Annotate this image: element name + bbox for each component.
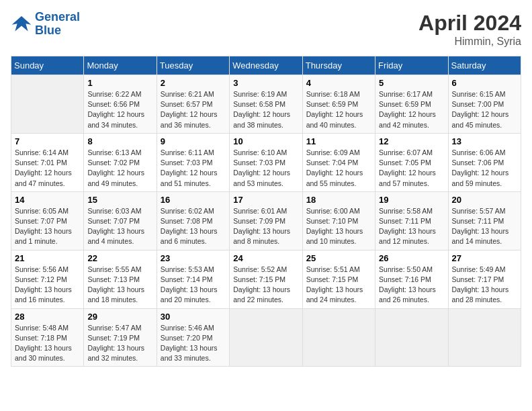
day-number: 13 bbox=[452, 136, 517, 146]
weekday-header: Sunday bbox=[11, 56, 84, 75]
day-number: 21 bbox=[15, 253, 80, 263]
cell-content: Sunrise: 5:58 AM Sunset: 7:11 PM Dayligh… bbox=[379, 206, 444, 247]
calendar-cell bbox=[302, 308, 375, 367]
calendar-cell: 10Sunrise: 6:10 AM Sunset: 7:03 PM Dayli… bbox=[230, 133, 302, 191]
day-number: 10 bbox=[233, 136, 298, 146]
cell-content: Sunrise: 6:09 AM Sunset: 7:04 PM Dayligh… bbox=[306, 148, 371, 189]
calendar-cell: 16Sunrise: 6:02 AM Sunset: 7:08 PM Dayli… bbox=[157, 191, 229, 250]
calendar-week-row: 1Sunrise: 6:22 AM Sunset: 6:56 PM Daylig… bbox=[11, 75, 521, 134]
calendar-cell: 28Sunrise: 5:48 AM Sunset: 7:18 PM Dayli… bbox=[11, 308, 84, 367]
day-number: 27 bbox=[452, 253, 517, 263]
cell-content: Sunrise: 5:46 AM Sunset: 7:20 PM Dayligh… bbox=[161, 323, 226, 364]
day-number: 9 bbox=[161, 136, 226, 146]
calendar-cell: 19Sunrise: 5:58 AM Sunset: 7:11 PM Dayli… bbox=[375, 191, 448, 250]
calendar-cell: 12Sunrise: 6:07 AM Sunset: 7:05 PM Dayli… bbox=[375, 133, 448, 191]
cell-content: Sunrise: 5:57 AM Sunset: 7:11 PM Dayligh… bbox=[452, 206, 517, 247]
day-number: 6 bbox=[452, 78, 517, 88]
calendar-cell: 5Sunrise: 6:17 AM Sunset: 6:59 PM Daylig… bbox=[375, 75, 448, 134]
logo-icon bbox=[11, 15, 32, 34]
day-number: 19 bbox=[379, 195, 444, 205]
cell-content: Sunrise: 6:10 AM Sunset: 7:03 PM Dayligh… bbox=[233, 148, 298, 189]
day-number: 2 bbox=[161, 78, 226, 88]
calendar-cell: 9Sunrise: 6:11 AM Sunset: 7:03 PM Daylig… bbox=[157, 133, 229, 191]
cell-content: Sunrise: 6:06 AM Sunset: 7:06 PM Dayligh… bbox=[452, 148, 517, 189]
day-number: 18 bbox=[306, 195, 371, 205]
cell-content: Sunrise: 5:50 AM Sunset: 7:16 PM Dayligh… bbox=[379, 265, 444, 306]
day-number: 7 bbox=[15, 136, 80, 146]
day-number: 5 bbox=[379, 78, 444, 88]
cell-content: Sunrise: 6:07 AM Sunset: 7:05 PM Dayligh… bbox=[379, 148, 444, 189]
calendar-cell: 27Sunrise: 5:49 AM Sunset: 7:17 PM Dayli… bbox=[448, 250, 521, 308]
calendar-cell: 25Sunrise: 5:51 AM Sunset: 7:15 PM Dayli… bbox=[302, 250, 375, 308]
calendar-cell: 14Sunrise: 6:05 AM Sunset: 7:07 PM Dayli… bbox=[11, 191, 84, 250]
day-number: 8 bbox=[87, 136, 152, 146]
calendar-cell: 15Sunrise: 6:03 AM Sunset: 7:07 PM Dayli… bbox=[84, 191, 157, 250]
cell-content: Sunrise: 6:19 AM Sunset: 6:58 PM Dayligh… bbox=[233, 89, 298, 130]
weekday-header-row: SundayMondayTuesdayWednesdayThursdayFrid… bbox=[11, 56, 521, 75]
calendar-week-row: 7Sunrise: 6:14 AM Sunset: 7:01 PM Daylig… bbox=[11, 133, 521, 191]
day-number: 29 bbox=[87, 312, 152, 322]
day-number: 12 bbox=[379, 136, 444, 146]
cell-content: Sunrise: 6:17 AM Sunset: 6:59 PM Dayligh… bbox=[379, 89, 444, 130]
calendar-cell bbox=[230, 308, 302, 367]
calendar-cell: 11Sunrise: 6:09 AM Sunset: 7:04 PM Dayli… bbox=[302, 133, 375, 191]
cell-content: Sunrise: 6:05 AM Sunset: 7:07 PM Dayligh… bbox=[15, 206, 80, 247]
calendar-cell bbox=[11, 75, 84, 134]
day-number: 30 bbox=[161, 312, 226, 322]
location: Himmin, Syria bbox=[418, 36, 521, 48]
cell-content: Sunrise: 5:47 AM Sunset: 7:19 PM Dayligh… bbox=[87, 323, 152, 364]
cell-content: Sunrise: 5:49 AM Sunset: 7:17 PM Dayligh… bbox=[452, 265, 517, 306]
cell-content: Sunrise: 6:02 AM Sunset: 7:08 PM Dayligh… bbox=[161, 206, 226, 247]
day-number: 25 bbox=[306, 253, 371, 263]
weekday-header: Friday bbox=[375, 56, 448, 75]
day-number: 28 bbox=[15, 312, 80, 322]
calendar-cell: 6Sunrise: 6:15 AM Sunset: 7:00 PM Daylig… bbox=[448, 75, 521, 134]
month-title: April 2024 bbox=[418, 11, 521, 36]
cell-content: Sunrise: 6:01 AM Sunset: 7:09 PM Dayligh… bbox=[233, 206, 298, 247]
calendar-week-row: 28Sunrise: 5:48 AM Sunset: 7:18 PM Dayli… bbox=[11, 308, 521, 367]
calendar-cell: 4Sunrise: 6:18 AM Sunset: 6:59 PM Daylig… bbox=[302, 75, 375, 134]
day-number: 15 bbox=[87, 195, 152, 205]
day-number: 16 bbox=[161, 195, 226, 205]
calendar-cell: 30Sunrise: 5:46 AM Sunset: 7:20 PM Dayli… bbox=[157, 308, 229, 367]
cell-content: Sunrise: 5:52 AM Sunset: 7:15 PM Dayligh… bbox=[233, 265, 298, 306]
day-number: 3 bbox=[233, 78, 298, 88]
calendar-cell: 29Sunrise: 5:47 AM Sunset: 7:19 PM Dayli… bbox=[84, 308, 157, 367]
calendar-cell: 21Sunrise: 5:56 AM Sunset: 7:12 PM Dayli… bbox=[11, 250, 84, 308]
calendar-cell: 23Sunrise: 5:53 AM Sunset: 7:14 PM Dayli… bbox=[157, 250, 229, 308]
calendar-cell: 3Sunrise: 6:19 AM Sunset: 6:58 PM Daylig… bbox=[230, 75, 302, 134]
calendar-week-row: 21Sunrise: 5:56 AM Sunset: 7:12 PM Dayli… bbox=[11, 250, 521, 308]
cell-content: Sunrise: 6:15 AM Sunset: 7:00 PM Dayligh… bbox=[452, 89, 517, 130]
day-number: 11 bbox=[306, 136, 371, 146]
day-number: 14 bbox=[15, 195, 80, 205]
logo-text: General Blue bbox=[35, 11, 80, 38]
cell-content: Sunrise: 5:48 AM Sunset: 7:18 PM Dayligh… bbox=[15, 323, 80, 364]
cell-content: Sunrise: 5:55 AM Sunset: 7:13 PM Dayligh… bbox=[87, 265, 152, 306]
calendar-table: SundayMondayTuesdayWednesdayThursdayFrid… bbox=[11, 56, 521, 367]
page-header: General Blue April 2024 Himmin, Syria bbox=[11, 11, 521, 48]
weekday-header: Monday bbox=[84, 56, 157, 75]
day-number: 20 bbox=[452, 195, 517, 205]
calendar-cell: 24Sunrise: 5:52 AM Sunset: 7:15 PM Dayli… bbox=[230, 250, 302, 308]
weekday-header: Saturday bbox=[448, 56, 521, 75]
calendar-cell: 18Sunrise: 6:00 AM Sunset: 7:10 PM Dayli… bbox=[302, 191, 375, 250]
cell-content: Sunrise: 5:53 AM Sunset: 7:14 PM Dayligh… bbox=[161, 265, 226, 306]
logo: General Blue bbox=[11, 11, 80, 38]
cell-content: Sunrise: 6:13 AM Sunset: 7:02 PM Dayligh… bbox=[87, 148, 152, 189]
calendar-cell: 1Sunrise: 6:22 AM Sunset: 6:56 PM Daylig… bbox=[84, 75, 157, 134]
weekday-header: Wednesday bbox=[230, 56, 302, 75]
day-number: 22 bbox=[87, 253, 152, 263]
calendar-cell: 20Sunrise: 5:57 AM Sunset: 7:11 PM Dayli… bbox=[448, 191, 521, 250]
cell-content: Sunrise: 6:11 AM Sunset: 7:03 PM Dayligh… bbox=[161, 148, 226, 189]
svg-marker-0 bbox=[12, 16, 32, 31]
calendar-cell bbox=[448, 308, 521, 367]
calendar-cell: 26Sunrise: 5:50 AM Sunset: 7:16 PM Dayli… bbox=[375, 250, 448, 308]
cell-content: Sunrise: 5:51 AM Sunset: 7:15 PM Dayligh… bbox=[306, 265, 371, 306]
cell-content: Sunrise: 6:00 AM Sunset: 7:10 PM Dayligh… bbox=[306, 206, 371, 247]
cell-content: Sunrise: 5:56 AM Sunset: 7:12 PM Dayligh… bbox=[15, 265, 80, 306]
cell-content: Sunrise: 6:03 AM Sunset: 7:07 PM Dayligh… bbox=[87, 206, 152, 247]
weekday-header: Thursday bbox=[302, 56, 375, 75]
day-number: 4 bbox=[306, 78, 371, 88]
day-number: 24 bbox=[233, 253, 298, 263]
calendar-cell: 17Sunrise: 6:01 AM Sunset: 7:09 PM Dayli… bbox=[230, 191, 302, 250]
